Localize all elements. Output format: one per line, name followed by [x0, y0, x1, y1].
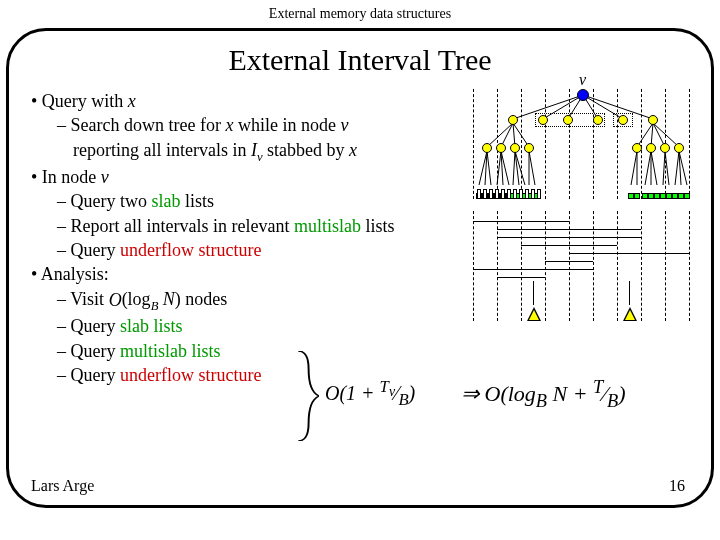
footer-page-number: 16	[669, 477, 685, 495]
svg-line-32	[675, 151, 679, 185]
intervals-diagram	[473, 211, 693, 321]
svg-line-29	[651, 151, 657, 185]
tree-diagram: v	[473, 89, 693, 199]
content-line: In node v	[31, 165, 461, 189]
svg-line-25	[631, 151, 637, 185]
content-line: Query slab lists	[57, 314, 461, 338]
curly-brace-icon	[293, 351, 319, 441]
content-line: Query multislab lists	[57, 339, 461, 363]
svg-line-27	[645, 151, 651, 185]
header-text: External memory data structures	[0, 0, 720, 24]
slide-frame: External Interval Tree Query with xSearc…	[6, 28, 714, 508]
svg-line-16	[487, 151, 491, 185]
content-line: Query underflow structure	[57, 238, 461, 262]
content-body: Query with xSearch down tree for x while…	[31, 89, 461, 387]
slide-title: External Interval Tree	[9, 43, 711, 77]
content-line: reporting all intervals in Iv stabbed by…	[73, 138, 461, 166]
content-line: Report all intervals in relevant multisl…	[57, 214, 461, 238]
content-line: Analysis:	[31, 262, 461, 286]
svg-line-24	[529, 151, 535, 185]
content-line: Query two slab lists	[57, 189, 461, 213]
formula-per-node: O(1 + Tv⁄B)	[325, 377, 415, 410]
content-line: Query with x	[31, 89, 461, 113]
footer-author: Lars Arge	[31, 477, 94, 495]
svg-line-20	[513, 151, 515, 185]
content-line: Visit O(logB N) nodes	[57, 287, 461, 315]
root-label: v	[579, 71, 586, 89]
formula-result: ⇒ O(logB N + T⁄B)	[461, 377, 625, 412]
content-line: Search down tree for x while in node v	[57, 113, 461, 137]
